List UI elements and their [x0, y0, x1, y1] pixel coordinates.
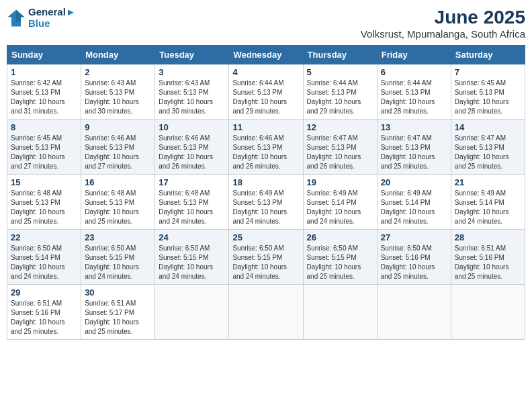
location-title: Volksrust, Mpumalanga, South Africa	[361, 28, 525, 40]
day-info: Sunrise: 6:50 AM Sunset: 5:14 PM Dayligh…	[11, 244, 77, 281]
day-info: Sunrise: 6:48 AM Sunset: 5:13 PM Dayligh…	[85, 189, 151, 226]
weekday-header-friday: Friday	[377, 46, 451, 64]
day-number: 28	[455, 232, 521, 242]
day-number: 3	[159, 67, 225, 77]
calendar-week-row: 1Sunrise: 6:42 AM Sunset: 5:13 PM Daylig…	[7, 64, 525, 120]
calendar-cell: 20Sunrise: 6:49 AM Sunset: 5:14 PM Dayli…	[377, 175, 451, 230]
day-info: Sunrise: 6:48 AM Sunset: 5:13 PM Dayligh…	[11, 189, 77, 226]
calendar-cell: 17Sunrise: 6:48 AM Sunset: 5:13 PM Dayli…	[155, 175, 229, 230]
day-number: 25	[232, 232, 299, 242]
calendar-cell: 26Sunrise: 6:50 AM Sunset: 5:15 PM Dayli…	[303, 230, 377, 285]
day-info: Sunrise: 6:42 AM Sunset: 5:13 PM Dayligh…	[11, 79, 77, 116]
calendar-cell: 21Sunrise: 6:49 AM Sunset: 5:14 PM Dayli…	[451, 175, 525, 230]
calendar-cell: 1Sunrise: 6:42 AM Sunset: 5:13 PM Daylig…	[7, 64, 81, 120]
day-info: Sunrise: 6:50 AM Sunset: 5:15 PM Dayligh…	[307, 244, 373, 281]
day-number: 8	[11, 122, 77, 132]
day-number: 21	[455, 177, 521, 187]
day-number: 5	[307, 67, 373, 77]
day-info: Sunrise: 6:46 AM Sunset: 5:13 PM Dayligh…	[85, 134, 151, 171]
day-info: Sunrise: 6:44 AM Sunset: 5:13 PM Dayligh…	[232, 79, 299, 116]
day-info: Sunrise: 6:50 AM Sunset: 5:16 PM Dayligh…	[381, 244, 447, 281]
day-number: 22	[11, 232, 77, 242]
day-number: 16	[85, 177, 151, 187]
calendar-cell: 30Sunrise: 6:51 AM Sunset: 5:17 PM Dayli…	[81, 285, 155, 340]
day-info: Sunrise: 6:44 AM Sunset: 5:13 PM Dayligh…	[381, 79, 447, 116]
day-number: 26	[307, 232, 373, 242]
day-info: Sunrise: 6:50 AM Sunset: 5:15 PM Dayligh…	[85, 244, 151, 281]
day-number: 15	[11, 177, 77, 187]
weekday-header-tuesday: Tuesday	[155, 46, 229, 64]
day-info: Sunrise: 6:49 AM Sunset: 5:14 PM Dayligh…	[455, 189, 521, 226]
day-info: Sunrise: 6:44 AM Sunset: 5:13 PM Dayligh…	[307, 79, 373, 116]
day-number: 13	[381, 122, 447, 132]
calendar-cell: 24Sunrise: 6:50 AM Sunset: 5:15 PM Dayli…	[155, 230, 229, 285]
day-info: Sunrise: 6:46 AM Sunset: 5:13 PM Dayligh…	[232, 134, 299, 171]
day-info: Sunrise: 6:47 AM Sunset: 5:13 PM Dayligh…	[455, 134, 521, 171]
day-number: 1	[11, 67, 77, 77]
calendar-cell: 15Sunrise: 6:48 AM Sunset: 5:13 PM Dayli…	[7, 175, 81, 230]
calendar-cell	[155, 285, 229, 340]
day-info: Sunrise: 6:47 AM Sunset: 5:13 PM Dayligh…	[307, 134, 373, 171]
calendar-table: SundayMondayTuesdayWednesdayThursdayFrid…	[7, 45, 525, 340]
day-info: Sunrise: 6:49 AM Sunset: 5:13 PM Dayligh…	[232, 189, 299, 226]
day-info: Sunrise: 6:47 AM Sunset: 5:13 PM Dayligh…	[381, 134, 447, 171]
logo: General► Blue	[7, 7, 76, 29]
calendar-cell: 22Sunrise: 6:50 AM Sunset: 5:14 PM Dayli…	[7, 230, 81, 285]
day-info: Sunrise: 6:43 AM Sunset: 5:13 PM Dayligh…	[85, 79, 151, 116]
calendar-cell: 14Sunrise: 6:47 AM Sunset: 5:13 PM Dayli…	[451, 120, 525, 175]
day-number: 10	[159, 122, 225, 132]
calendar-cell	[451, 285, 525, 340]
day-number: 4	[232, 67, 299, 77]
calendar-cell: 19Sunrise: 6:49 AM Sunset: 5:14 PM Dayli…	[303, 175, 377, 230]
logo-icon	[7, 9, 26, 28]
svg-marker-1	[16, 9, 25, 21]
day-number: 17	[159, 177, 225, 187]
calendar-cell: 27Sunrise: 6:50 AM Sunset: 5:16 PM Dayli…	[377, 230, 451, 285]
day-number: 6	[381, 67, 447, 77]
day-number: 29	[11, 287, 77, 298]
calendar-cell	[377, 285, 451, 340]
calendar-cell: 29Sunrise: 6:51 AM Sunset: 5:16 PM Dayli…	[7, 285, 81, 340]
calendar-cell: 2Sunrise: 6:43 AM Sunset: 5:13 PM Daylig…	[81, 64, 155, 120]
day-number: 27	[381, 232, 447, 242]
calendar-cell: 25Sunrise: 6:50 AM Sunset: 5:15 PM Dayli…	[229, 230, 303, 285]
calendar-cell: 13Sunrise: 6:47 AM Sunset: 5:13 PM Dayli…	[377, 120, 451, 175]
title-block: June 2025 Volksrust, Mpumalanga, South A…	[361, 7, 525, 40]
day-info: Sunrise: 6:45 AM Sunset: 5:13 PM Dayligh…	[11, 134, 77, 171]
day-info: Sunrise: 6:50 AM Sunset: 5:15 PM Dayligh…	[159, 244, 225, 281]
calendar-week-row: 22Sunrise: 6:50 AM Sunset: 5:14 PM Dayli…	[7, 230, 525, 285]
day-info: Sunrise: 6:45 AM Sunset: 5:13 PM Dayligh…	[455, 79, 521, 116]
day-number: 20	[381, 177, 447, 187]
day-number: 9	[85, 122, 151, 132]
calendar-cell	[303, 285, 377, 340]
day-number: 12	[307, 122, 373, 132]
weekday-header-saturday: Saturday	[451, 46, 525, 64]
day-info: Sunrise: 6:51 AM Sunset: 5:16 PM Dayligh…	[11, 299, 77, 336]
calendar-cell: 12Sunrise: 6:47 AM Sunset: 5:13 PM Dayli…	[303, 120, 377, 175]
day-number: 24	[159, 232, 225, 242]
month-title: June 2025	[361, 7, 525, 28]
day-info: Sunrise: 6:51 AM Sunset: 5:17 PM Dayligh…	[85, 299, 151, 336]
calendar-cell: 5Sunrise: 6:44 AM Sunset: 5:13 PM Daylig…	[303, 64, 377, 120]
calendar-cell: 18Sunrise: 6:49 AM Sunset: 5:13 PM Dayli…	[229, 175, 303, 230]
calendar-cell: 3Sunrise: 6:43 AM Sunset: 5:13 PM Daylig…	[155, 64, 229, 120]
calendar-cell: 6Sunrise: 6:44 AM Sunset: 5:13 PM Daylig…	[377, 64, 451, 120]
calendar-cell: 11Sunrise: 6:46 AM Sunset: 5:13 PM Dayli…	[229, 120, 303, 175]
day-info: Sunrise: 6:49 AM Sunset: 5:14 PM Dayligh…	[307, 189, 373, 226]
logo-text: General► Blue	[28, 7, 76, 29]
calendar-header-row: SundayMondayTuesdayWednesdayThursdayFrid…	[7, 46, 525, 64]
day-info: Sunrise: 6:51 AM Sunset: 5:16 PM Dayligh…	[455, 244, 521, 281]
calendar-week-row: 15Sunrise: 6:48 AM Sunset: 5:13 PM Dayli…	[7, 175, 525, 230]
weekday-header-wednesday: Wednesday	[229, 46, 303, 64]
day-info: Sunrise: 6:49 AM Sunset: 5:14 PM Dayligh…	[381, 189, 447, 226]
page-header: General► Blue June 2025 Volksrust, Mpuma…	[7, 7, 525, 40]
day-number: 30	[85, 287, 151, 298]
day-info: Sunrise: 6:43 AM Sunset: 5:13 PM Dayligh…	[159, 79, 225, 116]
calendar-cell: 28Sunrise: 6:51 AM Sunset: 5:16 PM Dayli…	[451, 230, 525, 285]
day-info: Sunrise: 6:46 AM Sunset: 5:13 PM Dayligh…	[159, 134, 225, 171]
calendar-cell: 7Sunrise: 6:45 AM Sunset: 5:13 PM Daylig…	[451, 64, 525, 120]
day-number: 19	[307, 177, 373, 187]
weekday-header-thursday: Thursday	[303, 46, 377, 64]
weekday-header-sunday: Sunday	[7, 46, 81, 64]
day-number: 23	[85, 232, 151, 242]
